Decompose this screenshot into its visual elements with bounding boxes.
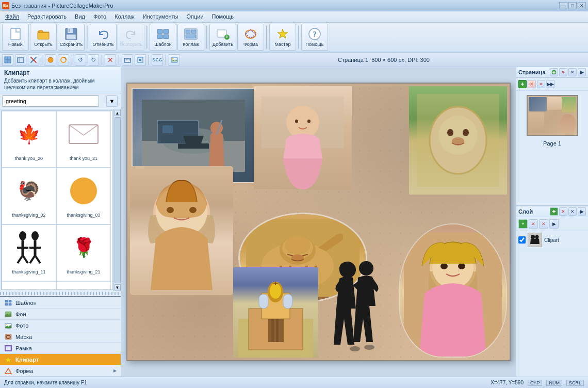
tb2-btn-1[interactable] [2,54,13,66]
svg-marker-18 [277,29,288,38]
tb2-btn-4[interactable] [45,54,56,66]
menu-options[interactable]: Опции [182,12,207,22]
svg-rect-11 [186,30,190,34]
page-refresh-button[interactable]: ✕ [537,80,545,88]
tb2-btn-3[interactable] [28,54,39,66]
search-input[interactable] [2,95,99,107]
scroll-thumb[interactable] [115,117,121,283]
svg-point-105 [339,262,352,274]
page-close-panel-button[interactable]: ✕ [568,68,577,76]
svg-rect-0 [11,28,20,40]
minimize-button[interactable]: — [559,2,567,9]
wizard-label: Мастер [274,42,290,47]
maximize-button[interactable]: □ [568,2,577,9]
clipart-item-vd18[interactable]: 🌸 valentine's day_18 [56,281,111,290]
menu-help[interactable]: Помощь [208,12,238,22]
close-button[interactable]: ✕ [578,2,586,9]
tb2-btn-5[interactable] [58,54,69,66]
nav-item-forma[interactable]: Форма ▶ [0,365,121,377]
tb2-fit[interactable]: SCG [152,54,163,66]
tb2-delete[interactable]: ✕ [105,54,116,66]
svg-point-107 [350,346,360,351]
page-prev-button[interactable] [518,80,527,88]
layer-visible-checkbox[interactable] [518,236,526,244]
collage-canvas[interactable] [126,83,511,361]
photo-blonde-woman-bg [400,224,506,357]
help-icon: ? [307,27,322,41]
clipart-item-tg03[interactable]: thanksgiving_03 [56,168,111,224]
nav-item-photo[interactable]: Фото [0,320,121,331]
photo-blonde-woman[interactable] [399,223,507,358]
clipart-item-ty20[interactable]: 🍁 thank you_20 [2,111,56,168]
shape-button[interactable]: Форма [237,24,264,51]
nav-item-clipart[interactable]: Клипарт [0,354,121,365]
save-button[interactable]: Сохранить [58,24,85,51]
scroll-up-button[interactable]: ▲ [115,110,121,116]
wizard-button[interactable]: Мастер [269,24,296,51]
tb2-btn-7[interactable] [135,54,146,66]
page-close-button[interactable]: ✕ [559,68,567,76]
menu-tools[interactable]: Инструменты [139,12,183,22]
tb2-sep-6 [166,55,166,65]
page-panel-header: Страница ✕ ✕ ▶ [516,67,588,78]
clipart-scrollbar[interactable]: ▲ ▼ [113,109,121,291]
tb2-btn-2[interactable] [15,54,26,66]
layer-expand-button[interactable]: ▶ [578,207,586,216]
layer-ctrl-arrow[interactable]: ▶ [549,219,559,229]
page-delete-button[interactable]: ✕ [528,80,536,88]
menu-file[interactable]: Файл [1,12,23,22]
clipart-row-4: 💑 valentine's day_17 🌸 valentine's day_1… [2,281,112,290]
nav-item-maska[interactable]: Маска [0,331,121,343]
page-expand-button[interactable]: ▶ [578,68,586,76]
layer-ctrl-x2[interactable]: ✕ [539,219,548,229]
nav-item-ramka[interactable]: Рамка [0,343,121,354]
open-button[interactable]: Открыть [30,24,57,51]
main-toolbar: Новый Открыть Сохранить Отменить Повтори… [0,23,588,53]
svg-point-90 [285,236,311,254]
collage-button[interactable]: Коллаж [177,24,204,51]
clipart-img-ty21 [63,114,104,155]
menu-view[interactable]: Вид [71,12,89,22]
layer-ctrl-add[interactable]: + [518,219,528,229]
clipart-item-tg02[interactable]: 🦃 thanksgiving_02 [2,168,56,224]
page-thumbnail[interactable] [527,95,578,136]
undo-button[interactable]: Отменить [90,24,117,51]
page-arrow-button[interactable]: ▶▶ [546,80,554,88]
menubar: Файл Редактировать Вид Фото Коллаж Инстр… [0,11,588,23]
help-button[interactable]: ? Помощь [301,24,328,51]
page-add-button[interactable] [550,68,558,76]
clipart-item-tg21[interactable]: 🌹 thanksgiving_21 [56,224,111,281]
clipart-item-tg11[interactable]: thanksgiving_11 [2,224,56,281]
redo-button[interactable]: Повторить [118,24,144,51]
layer-item-clipart[interactable]: Clipart [516,231,588,249]
layer-add-button[interactable] [550,207,558,216]
scroll-down-button[interactable]: ▼ [115,284,121,290]
thumb-photo-1 [529,97,547,111]
nav-item-shablon[interactable]: Шаблон [0,297,121,309]
layer-ctrl-delete[interactable]: ✕ [529,219,538,229]
layer-close-button[interactable]: ✕ [568,207,577,216]
tb2-rotate-cw[interactable]: ↻ [88,54,99,66]
new-button[interactable]: Новый [2,24,29,51]
clipart-item-vd17[interactable]: 💑 valentine's day_17 [2,281,56,290]
search-dropdown-button[interactable]: ▼ [106,95,118,107]
nav-item-fon[interactable]: Фон [0,309,121,320]
photo-church[interactable] [233,267,318,358]
template-button[interactable]: Шаблон [150,24,176,51]
photo-girl-pink[interactable] [254,86,352,189]
photo-girl-portrait[interactable] [130,166,233,295]
svg-marker-59 [5,357,11,363]
add-button[interactable]: + Добавить [209,24,236,51]
photo-dog[interactable] [409,86,507,195]
tb2-image[interactable] [169,54,180,66]
menu-collage[interactable]: Коллаж [110,12,139,22]
tb2-btn-6[interactable] [122,54,133,66]
clipart-name-tg02: thanksgiving_02 [12,213,45,218]
clipart-item-ty21[interactable]: thank you_21 [56,111,111,168]
menu-edit[interactable]: Редактировать [23,12,71,22]
app-icon: Ea [2,2,9,9]
clipart-img-tg03 [63,170,104,212]
tb2-rotate-ccw[interactable]: ↺ [75,54,86,66]
layer-delete-button[interactable]: ✕ [559,207,567,216]
menu-photo[interactable]: Фото [89,12,110,22]
